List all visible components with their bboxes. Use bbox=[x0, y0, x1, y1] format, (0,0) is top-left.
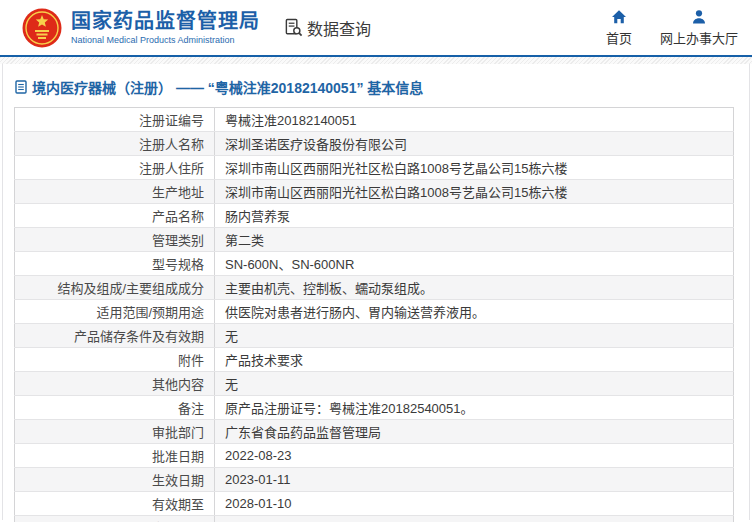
row-value: 深圳市南山区西丽阳光社区松白路1008号艺晶公司15栋六楼 bbox=[215, 180, 734, 204]
row-label: 注册人住所 bbox=[15, 156, 215, 180]
row-label: 注册人名称 bbox=[15, 132, 215, 156]
person-icon bbox=[691, 9, 707, 25]
table-row: 注册人住所深圳市南山区西丽阳光社区松白路1008号艺晶公司15栋六楼 bbox=[15, 156, 734, 180]
row-value: 产品技术要求 bbox=[215, 348, 734, 372]
data-query-button[interactable]: 数据查询 bbox=[284, 16, 371, 40]
row-label: 生产地址 bbox=[15, 180, 215, 204]
row-value: 供医院对患者进行肠内、胃内输送营养液用。 bbox=[215, 300, 734, 324]
document-search-icon bbox=[284, 18, 303, 37]
table-row: 其他内容无 bbox=[15, 372, 734, 396]
nav-home-label: 首页 bbox=[606, 28, 632, 47]
row-label: 其他内容 bbox=[15, 372, 215, 396]
table-row: 产品储存条件及有效期无 bbox=[15, 324, 734, 348]
table-row: 审批部门广东省食品药品监督管理局 bbox=[15, 420, 734, 444]
site-logo[interactable]: 国家药品监督管理局 National Medical Products Admi… bbox=[22, 8, 260, 48]
brand-text: 国家药品监督管理局 National Medical Products Admi… bbox=[71, 10, 260, 45]
row-label: 批准日期 bbox=[15, 444, 215, 468]
row-label: 适用范围/预期用途 bbox=[15, 300, 215, 324]
row-label: 变更情况 bbox=[15, 516, 215, 522]
row-value: 深圳市南山区西丽阳光社区松白路1008号艺晶公司15栋六楼 bbox=[215, 156, 734, 180]
table-row: 注册人名称深圳圣诺医疗设备股份有限公司 bbox=[15, 132, 734, 156]
row-value: 粤械注准20182140051 bbox=[215, 108, 734, 132]
brand-subtitle: National Medical Products Administration bbox=[71, 35, 260, 45]
row-value: 广东省食品药品监督管理局 bbox=[215, 420, 734, 444]
table-row: 附件产品技术要求 bbox=[15, 348, 734, 372]
nav-service-hall-label: 网上办事大厅 bbox=[660, 28, 738, 47]
table-row: 型号规格SN-600N、SN-600NR bbox=[15, 252, 734, 276]
table-row: 生产地址深圳市南山区西丽阳光社区松白路1008号艺晶公司15栋六楼 bbox=[15, 180, 734, 204]
nav-item-service-hall[interactable]: 网上办事大厅 bbox=[660, 9, 738, 47]
row-label: 产品名称 bbox=[15, 204, 215, 228]
row-label: 备注 bbox=[15, 396, 215, 420]
row-value bbox=[215, 516, 734, 522]
row-label: 审批部门 bbox=[15, 420, 215, 444]
table-row: 管理类别第二类 bbox=[15, 228, 734, 252]
row-label: 型号规格 bbox=[15, 252, 215, 276]
registration-info-table: 注册证编号粤械注准20182140051注册人名称深圳圣诺医疗设备股份有限公司注… bbox=[14, 107, 734, 522]
row-value: 第二类 bbox=[215, 228, 734, 252]
site-header: 国家药品监督管理局 National Medical Products Admi… bbox=[0, 0, 752, 55]
table-row: 有效期至2028-01-10 bbox=[15, 492, 734, 516]
table-row: 备注原产品注册证号：粤械注准20182540051。 bbox=[15, 396, 734, 420]
row-value: 无 bbox=[215, 324, 734, 348]
pattern-strip bbox=[0, 57, 752, 64]
brand-title: 国家药品监督管理局 bbox=[71, 10, 260, 33]
table-row: 产品名称肠内营养泵 bbox=[15, 204, 734, 228]
page-title: 境内医疗器械（注册） —— “粤械注准20182140051” 基本信息 bbox=[3, 64, 749, 107]
row-label: 有效期至 bbox=[15, 492, 215, 516]
page-title-text: 境内医疗器械（注册） —— “粤械注准20182140051” 基本信息 bbox=[32, 77, 423, 97]
home-icon bbox=[611, 9, 627, 25]
row-value: 无 bbox=[215, 372, 734, 396]
table-row: 批准日期2022-08-23 bbox=[15, 444, 734, 468]
row-label: 生效日期 bbox=[15, 468, 215, 492]
row-value: 肠内营养泵 bbox=[215, 204, 734, 228]
row-value: 主要由机壳、控制板、蠕动泵组成。 bbox=[215, 276, 734, 300]
row-value: 2028-01-10 bbox=[215, 492, 734, 516]
row-label: 结构及组成/主要组成成分 bbox=[15, 276, 215, 300]
nav-item-home[interactable]: 首页 bbox=[606, 9, 632, 47]
header-nav: 首页 网上办事大厅 bbox=[606, 9, 742, 47]
row-value: 原产品注册证号：粤械注准20182540051。 bbox=[215, 396, 734, 420]
row-label: 产品储存条件及有效期 bbox=[15, 324, 215, 348]
row-label: 注册证编号 bbox=[15, 108, 215, 132]
info-table-body: 注册证编号粤械注准20182140051注册人名称深圳圣诺医疗设备股份有限公司注… bbox=[15, 108, 734, 522]
row-value: 深圳圣诺医疗设备股份有限公司 bbox=[215, 132, 734, 156]
row-value: 2022-08-23 bbox=[215, 444, 734, 468]
table-row: 生效日期2023-01-11 bbox=[15, 468, 734, 492]
table-row: 注册证编号粤械注准20182140051 bbox=[15, 108, 734, 132]
table-row: 结构及组成/主要组成成分主要由机壳、控制板、蠕动泵组成。 bbox=[15, 276, 734, 300]
data-query-label: 数据查询 bbox=[307, 16, 371, 40]
content-panel: 境内医疗器械（注册） —— “粤械注准20182140051” 基本信息 注册证… bbox=[2, 64, 750, 520]
table-row: 变更情况 bbox=[15, 516, 734, 522]
row-value: SN-600N、SN-600NR bbox=[215, 252, 734, 276]
row-label: 管理类别 bbox=[15, 228, 215, 252]
table-row: 适用范围/预期用途供医院对患者进行肠内、胃内输送营养液用。 bbox=[15, 300, 734, 324]
row-value: 2023-01-11 bbox=[215, 468, 734, 492]
china-national-emblem-icon bbox=[22, 8, 62, 48]
row-label: 附件 bbox=[15, 348, 215, 372]
document-icon bbox=[15, 80, 27, 94]
